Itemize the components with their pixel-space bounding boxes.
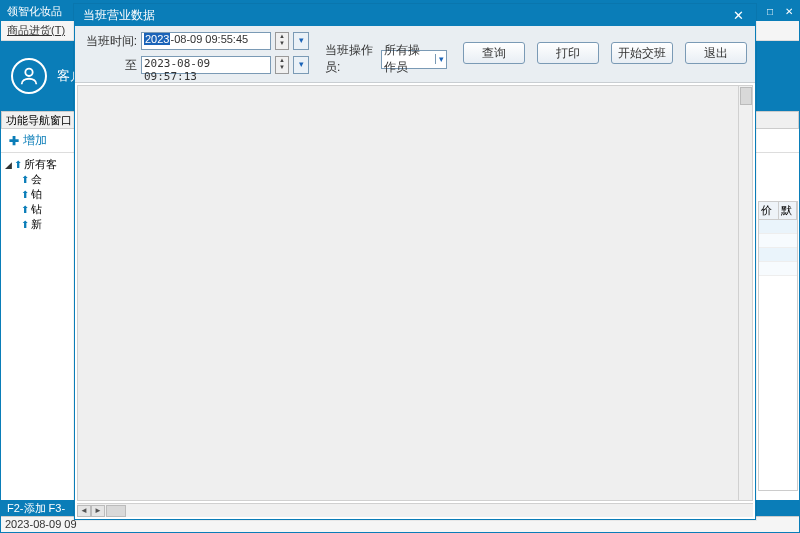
operator-label: 当班操作员: <box>325 42 377 76</box>
start-time-dropdown-icon[interactable]: ▾ <box>293 32 309 50</box>
button-row: 查询 打印 开始交班 退出 <box>463 42 747 64</box>
plus-icon: ✚ <box>9 134 19 148</box>
scroll-thumb[interactable] <box>106 505 126 517</box>
grid-rows <box>759 220 797 276</box>
menu-goods[interactable]: 商品进货(T) <box>7 23 65 38</box>
dialog-body <box>77 85 753 501</box>
start-time-label: 当班时间: <box>83 33 137 50</box>
start-shift-button[interactable]: 开始交班 <box>611 42 673 64</box>
col-default: 默 <box>779 202 797 219</box>
horizontal-scrollbar[interactable]: ◄ ► <box>77 503 753 517</box>
close-icon[interactable]: ✕ <box>785 6 793 17</box>
right-grid: 价 默 <box>758 201 798 491</box>
vertical-scrollbar[interactable] <box>738 86 752 500</box>
dialog-close-icon[interactable]: ✕ <box>729 8 747 23</box>
exit-button[interactable]: 退出 <box>685 42 747 64</box>
scroll-right-icon[interactable]: ► <box>91 505 105 517</box>
query-button[interactable]: 查询 <box>463 42 525 64</box>
start-time-spinner[interactable]: ▲▼ <box>275 32 289 50</box>
time-block: 当班时间: 2023-08-09 09:55:45 ▲▼ ▾ 至 2023-08… <box>83 32 309 74</box>
col-price: 价 <box>759 202 779 219</box>
avatar-icon <box>11 58 47 94</box>
chevron-down-icon: ▾ <box>435 54 444 64</box>
dialog-title: 当班营业数据 <box>83 7 155 24</box>
end-time-input[interactable]: 2023-08-09 09:57:13 <box>141 56 271 74</box>
end-time-dropdown-icon[interactable]: ▾ <box>293 56 309 74</box>
operator-value: 所有操作员 <box>384 42 431 76</box>
operator-block: 当班操作员: 所有操作员 ▾ <box>325 42 447 76</box>
dialog-titlebar: 当班营业数据 ✕ <box>75 5 755 26</box>
dialog-toolbar: 当班时间: 2023-08-09 09:55:45 ▲▼ ▾ 至 2023-08… <box>75 26 755 83</box>
add-button[interactable]: 增加 <box>23 132 47 149</box>
print-button[interactable]: 打印 <box>537 42 599 64</box>
grid-header: 价 默 <box>759 202 797 220</box>
svg-point-0 <box>25 69 32 76</box>
start-time-input[interactable]: 2023-08-09 09:55:45 <box>141 32 271 50</box>
main-title: 领智化妆品 <box>7 4 62 19</box>
end-time-row: 至 2023-08-09 09:57:13 ▲▼ ▾ <box>83 56 309 74</box>
start-time-row: 当班时间: 2023-08-09 09:55:45 ▲▼ ▾ <box>83 32 309 50</box>
end-time-spinner[interactable]: ▲▼ <box>275 56 289 74</box>
end-time-label: 至 <box>83 57 137 74</box>
operator-select[interactable]: 所有操作员 ▾ <box>381 50 447 69</box>
shift-data-dialog: 当班营业数据 ✕ 当班时间: 2023-08-09 09:55:45 ▲▼ ▾ … <box>74 4 756 520</box>
maximize-icon[interactable]: □ <box>767 6 773 17</box>
scroll-left-icon[interactable]: ◄ <box>77 505 91 517</box>
